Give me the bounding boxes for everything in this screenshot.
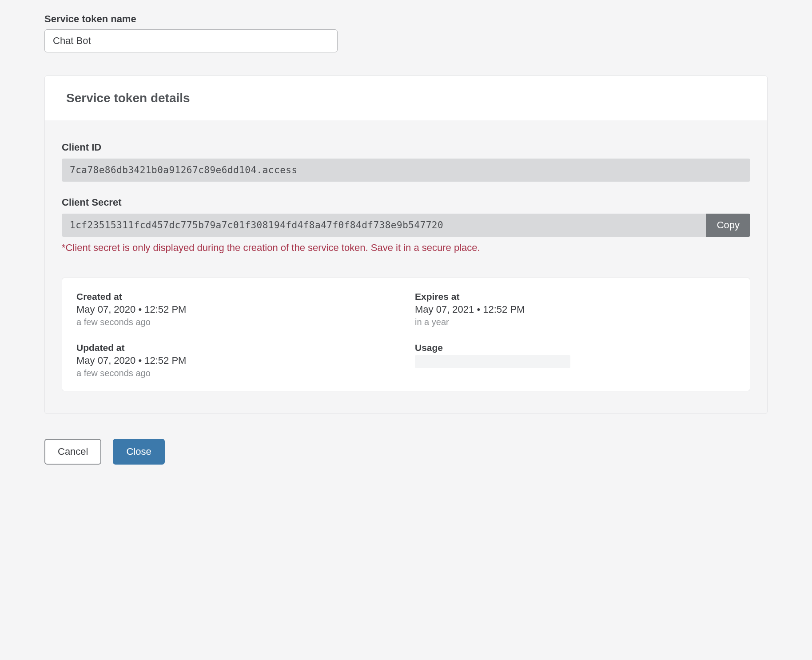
- created-at-value: May 07, 2020 • 12:52 PM: [76, 304, 397, 315]
- details-title: Service token details: [66, 91, 746, 105]
- token-name-section: Service token name: [44, 13, 768, 52]
- meta-card: Created at May 07, 2020 • 12:52 PM a few…: [62, 278, 750, 391]
- client-secret-group: Client Secret 1cf23515311fcd457dc775b79a…: [62, 197, 750, 254]
- copy-button[interactable]: Copy: [706, 214, 750, 237]
- service-token-details-card: Service token details Client ID 7ca78e86…: [44, 76, 768, 414]
- created-at-relative: a few seconds ago: [76, 317, 397, 327]
- token-name-input[interactable]: [44, 29, 338, 52]
- updated-at-relative: a few seconds ago: [76, 368, 397, 378]
- updated-at-value: May 07, 2020 • 12:52 PM: [76, 355, 397, 366]
- client-secret-label: Client Secret: [62, 197, 750, 208]
- client-id-group: Client ID 7ca78e86db3421b0a91267c89e6dd1…: [62, 142, 750, 182]
- created-at-block: Created at May 07, 2020 • 12:52 PM a few…: [76, 291, 397, 327]
- footer-actions: Cancel Close: [44, 439, 768, 465]
- usage-block: Usage: [415, 342, 736, 378]
- expires-at-relative: in a year: [415, 317, 736, 327]
- details-body: Client ID 7ca78e86db3421b0a91267c89e6dd1…: [45, 120, 767, 413]
- expires-at-block: Expires at May 07, 2021 • 12:52 PM in a …: [415, 291, 736, 327]
- client-secret-helper: *Client secret is only displayed during …: [62, 242, 750, 254]
- expires-at-value: May 07, 2021 • 12:52 PM: [415, 304, 736, 315]
- client-secret-value: 1cf23515311fcd457dc775b79a7c01f308194fd4…: [62, 214, 706, 237]
- details-header: Service token details: [45, 76, 767, 120]
- client-id-label: Client ID: [62, 142, 750, 153]
- usage-placeholder: [415, 355, 570, 368]
- expires-at-label: Expires at: [415, 291, 736, 302]
- usage-label: Usage: [415, 342, 736, 353]
- updated-at-block: Updated at May 07, 2020 • 12:52 PM a few…: [76, 342, 397, 378]
- close-button[interactable]: Close: [113, 439, 164, 465]
- created-at-label: Created at: [76, 291, 397, 302]
- client-id-value: 7ca78e86db3421b0a91267c89e6dd104.access: [62, 159, 750, 182]
- token-name-label: Service token name: [44, 13, 768, 25]
- cancel-button[interactable]: Cancel: [44, 439, 101, 465]
- updated-at-label: Updated at: [76, 342, 397, 353]
- client-secret-row: 1cf23515311fcd457dc775b79a7c01f308194fd4…: [62, 214, 750, 237]
